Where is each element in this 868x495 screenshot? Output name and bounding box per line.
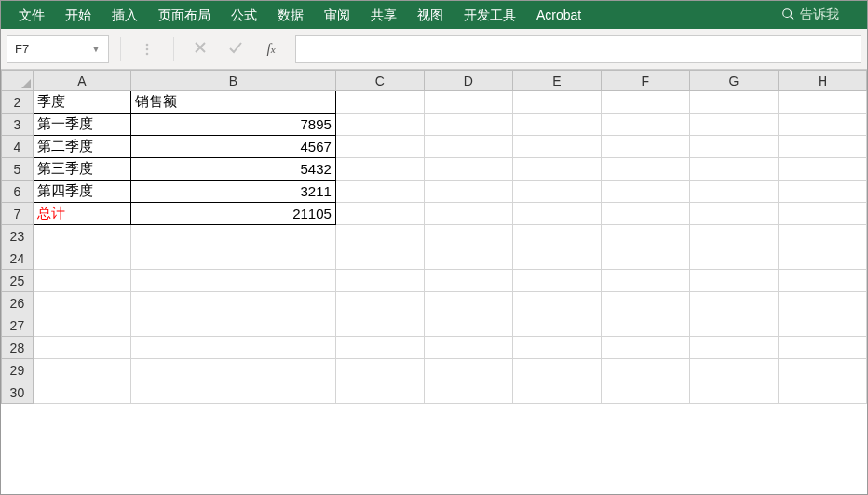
- cell[interactable]: [689, 381, 778, 404]
- cell[interactable]: [778, 292, 866, 314]
- share-button[interactable]: [848, 7, 860, 22]
- row-header[interactable]: 27: [2, 314, 34, 337]
- row-header[interactable]: 2: [2, 91, 34, 114]
- cell[interactable]: 第三季度: [33, 158, 130, 181]
- cell[interactable]: [778, 337, 866, 359]
- cell[interactable]: [512, 314, 601, 337]
- col-header-B[interactable]: B: [130, 71, 335, 91]
- cell[interactable]: [130, 337, 335, 359]
- row-header[interactable]: 5: [2, 158, 34, 181]
- cell[interactable]: 7895: [130, 114, 335, 136]
- cell[interactable]: [424, 292, 512, 314]
- cell[interactable]: 第四季度: [33, 181, 130, 203]
- cell[interactable]: [130, 270, 335, 292]
- cell[interactable]: [33, 337, 130, 359]
- cell[interactable]: [778, 181, 866, 203]
- cell[interactable]: [335, 136, 424, 158]
- cell[interactable]: [335, 91, 424, 114]
- more-options-button[interactable]: [132, 35, 162, 63]
- tab-home[interactable]: 开始: [55, 1, 102, 29]
- cell[interactable]: [689, 337, 778, 359]
- row-header[interactable]: 26: [2, 292, 34, 314]
- cell[interactable]: [130, 248, 335, 270]
- col-header-G[interactable]: G: [689, 71, 778, 91]
- cell[interactable]: [424, 114, 512, 136]
- cell[interactable]: 季度: [33, 91, 130, 114]
- cell[interactable]: [689, 114, 778, 136]
- cell[interactable]: [335, 359, 424, 381]
- cell[interactable]: [424, 337, 512, 359]
- cell[interactable]: [778, 203, 866, 225]
- cell[interactable]: [778, 158, 866, 181]
- cell[interactable]: [601, 158, 689, 181]
- col-header-A[interactable]: A: [33, 71, 130, 91]
- cell[interactable]: [512, 203, 601, 225]
- row-header[interactable]: 29: [2, 359, 34, 381]
- cell[interactable]: [512, 359, 601, 381]
- cell[interactable]: [424, 248, 512, 270]
- row-header[interactable]: 30: [2, 381, 34, 404]
- col-header-E[interactable]: E: [512, 71, 601, 91]
- cell[interactable]: [33, 292, 130, 314]
- cell[interactable]: 总计: [33, 203, 130, 225]
- cell[interactable]: [424, 181, 512, 203]
- cell[interactable]: [778, 359, 866, 381]
- cell[interactable]: [512, 381, 601, 404]
- spreadsheet-grid[interactable]: A B C D E F G H 2 季度 销售额 3 第一季度 7895 4 第…: [1, 70, 867, 494]
- cell[interactable]: [335, 203, 424, 225]
- cell[interactable]: [424, 270, 512, 292]
- chevron-down-icon[interactable]: ▼: [91, 44, 101, 54]
- cell[interactable]: [335, 292, 424, 314]
- cell[interactable]: [601, 270, 689, 292]
- cell[interactable]: [778, 248, 866, 270]
- row-header[interactable]: 25: [2, 270, 34, 292]
- cell[interactable]: [33, 248, 130, 270]
- name-box[interactable]: F7 ▼: [7, 35, 109, 63]
- col-header-D[interactable]: D: [424, 71, 512, 91]
- cell[interactable]: [512, 181, 601, 203]
- cell[interactable]: [689, 248, 778, 270]
- cell[interactable]: [689, 181, 778, 203]
- cell[interactable]: [601, 314, 689, 337]
- cell[interactable]: [424, 381, 512, 404]
- tab-acrobat[interactable]: Acrobat: [526, 1, 591, 29]
- cell[interactable]: [335, 248, 424, 270]
- cell[interactable]: [335, 158, 424, 181]
- cell[interactable]: [512, 337, 601, 359]
- cell[interactable]: 21105: [130, 203, 335, 225]
- cell[interactable]: [601, 248, 689, 270]
- cell[interactable]: [689, 225, 778, 248]
- cell[interactable]: [689, 359, 778, 381]
- cell[interactable]: [689, 91, 778, 114]
- cell[interactable]: [130, 225, 335, 248]
- cell[interactable]: 4567: [130, 136, 335, 158]
- col-header-F[interactable]: F: [601, 71, 689, 91]
- cell[interactable]: [601, 225, 689, 248]
- cell[interactable]: [689, 158, 778, 181]
- cell[interactable]: [335, 114, 424, 136]
- cell[interactable]: [601, 181, 689, 203]
- cell[interactable]: [689, 270, 778, 292]
- cell[interactable]: [424, 225, 512, 248]
- tab-view[interactable]: 视图: [407, 1, 454, 29]
- confirm-formula-button[interactable]: [221, 35, 251, 63]
- cell[interactable]: [335, 225, 424, 248]
- cell[interactable]: [601, 136, 689, 158]
- cell[interactable]: [33, 314, 130, 337]
- cell[interactable]: [778, 381, 866, 404]
- cell[interactable]: 销售额: [130, 91, 335, 114]
- row-header[interactable]: 3: [2, 114, 34, 136]
- tab-file[interactable]: 文件: [8, 1, 55, 29]
- tab-developer[interactable]: 开发工具: [454, 1, 526, 29]
- cell[interactable]: [424, 136, 512, 158]
- cell[interactable]: [512, 158, 601, 181]
- cell[interactable]: [601, 91, 689, 114]
- cell[interactable]: [512, 91, 601, 114]
- row-header[interactable]: 6: [2, 181, 34, 203]
- cell[interactable]: [335, 381, 424, 404]
- cell[interactable]: [601, 292, 689, 314]
- cell[interactable]: [689, 292, 778, 314]
- cell[interactable]: 第二季度: [33, 136, 130, 158]
- cell[interactable]: [778, 225, 866, 248]
- cell[interactable]: [689, 203, 778, 225]
